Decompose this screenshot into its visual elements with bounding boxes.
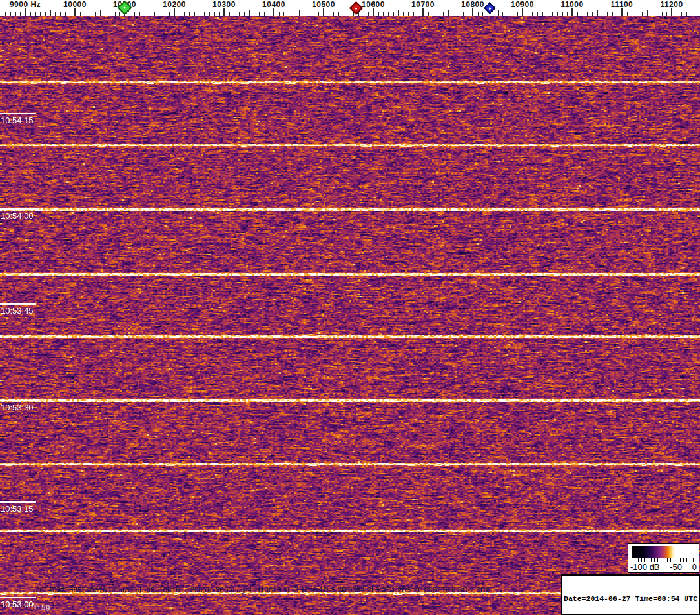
freq-tick: [602, 12, 602, 16]
time-label: 10:54:00: [1, 211, 34, 221]
freq-tick: [249, 10, 250, 16]
freq-tick: [463, 12, 464, 16]
colorbar-gradient: [632, 546, 695, 558]
time-label-bottom: 10:53:00: [1, 600, 34, 609]
spectrogram-window: 9900 Hz100001010010200103001040010500106…: [0, 0, 700, 615]
freq-tick: [309, 12, 309, 16]
marker-center-dot: [123, 6, 126, 9]
freq-tick: [632, 12, 632, 16]
freq-tick: [567, 12, 568, 16]
freq-tick-label: 10000: [63, 0, 87, 9]
freq-tick: [587, 12, 588, 16]
frequency-axis: 9900 Hz100001010010200103001040010500106…: [0, 0, 700, 16]
freq-tick: [571, 8, 573, 16]
freq-tick: [472, 8, 473, 16]
time-tick-line: [0, 400, 36, 401]
freq-tick: [70, 12, 70, 16]
freq-tick: [5, 12, 6, 16]
freq-tick: [299, 10, 300, 16]
freq-tick: [90, 12, 90, 16]
freq-tick: [513, 12, 513, 16]
freq-tick: [294, 12, 294, 16]
freq-tick: [621, 8, 623, 16]
freq-tick: [542, 12, 543, 16]
freq-tick: [80, 12, 81, 16]
freq-tick: [697, 10, 697, 16]
freq-tick: [289, 12, 289, 16]
freq-tick: [358, 12, 359, 16]
freq-tick: [100, 10, 101, 16]
freq-tick: [184, 12, 185, 16]
freq-tick: [662, 12, 663, 16]
freq-tick-label: 10700: [411, 0, 435, 9]
freq-tick: [169, 12, 170, 16]
freq-tick: [259, 12, 260, 16]
freq-tick-label: 10400: [262, 0, 285, 9]
freq-tick: [145, 12, 145, 16]
freq-tick: [279, 12, 280, 16]
freq-tick: [165, 12, 165, 16]
freq-tick: [637, 12, 637, 16]
freq-tick: [378, 12, 379, 16]
marker-red-diamond-icon[interactable]: [349, 1, 362, 14]
freq-tick-label: 10500: [312, 0, 335, 9]
freq-tick: [666, 12, 667, 16]
time-tick-line: [0, 208, 36, 210]
time-tick-line: [0, 113, 36, 114]
freq-tick: [323, 8, 324, 16]
time-label: 10:53:45: [1, 306, 34, 316]
freq-tick: [105, 12, 105, 16]
marker-blue-diamond-icon[interactable]: [484, 2, 496, 14]
freq-tick: [627, 12, 628, 16]
colorbar-label-min: -100 dB: [630, 562, 660, 572]
freq-tick: [273, 8, 274, 16]
freq-tick: [398, 10, 399, 16]
freq-tick: [681, 12, 682, 16]
freq-tick: [134, 12, 135, 16]
freq-tick: [189, 12, 190, 16]
freq-tick: [283, 12, 284, 16]
freq-tick: [344, 12, 344, 16]
time-tick-line: [0, 303, 36, 305]
marker-center-dot: [355, 6, 357, 9]
time-label: 10:53:30: [1, 403, 34, 412]
freq-tick: [508, 12, 508, 16]
freq-tick-label: 10200: [163, 0, 186, 9]
freq-tick: [493, 12, 493, 16]
spectrogram-canvas: [0, 16, 700, 615]
freq-tick: [15, 12, 16, 16]
freq-tick-label: 11000: [561, 0, 583, 9]
freq-tick: [617, 12, 617, 16]
freq-tick: [528, 12, 528, 16]
freq-tick-label: 9900 Hz: [10, 0, 41, 9]
freq-tick: [254, 12, 254, 16]
freq-tick: [214, 12, 215, 16]
freq-tick: [160, 12, 160, 16]
freq-tick: [408, 12, 409, 16]
freq-tick: [74, 8, 76, 16]
freq-tick-label: 10300: [212, 0, 236, 9]
freq-tick: [393, 12, 394, 16]
colorbar-label-mid: -50: [670, 562, 682, 572]
freq-tick: [50, 10, 51, 16]
freq-tick: [35, 12, 36, 16]
freq-tick: [647, 10, 648, 16]
freq-tick: [349, 10, 349, 16]
freq-tick: [597, 10, 598, 16]
freq-tick: [686, 12, 687, 16]
freq-tick: [65, 12, 66, 16]
time-label: 10:54:15: [1, 116, 34, 125]
freq-tick: [562, 12, 563, 16]
freq-tick: [612, 12, 613, 16]
freq-tick: [517, 12, 518, 16]
freq-tick: [30, 12, 31, 16]
colorbar-legend: -100 dB -50 0: [628, 543, 699, 573]
freq-tick: [85, 12, 85, 16]
freq-tick: [552, 12, 553, 16]
freq-tick: [95, 12, 96, 16]
freq-tick: [25, 8, 26, 16]
freq-tick: [139, 12, 140, 16]
freq-tick: [607, 12, 608, 16]
freq-tick-label: 10600: [362, 0, 385, 9]
freq-tick: [209, 12, 210, 16]
